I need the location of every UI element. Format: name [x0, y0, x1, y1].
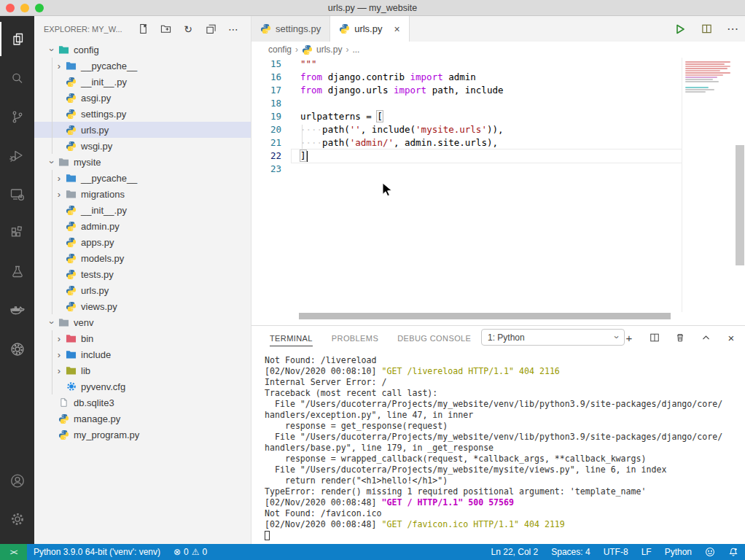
- code-line-22[interactable]: 22]: [251, 149, 745, 163]
- kill-terminal-icon[interactable]: [674, 331, 687, 344]
- tree-item--pycache-[interactable]: __pycache__: [34, 170, 251, 186]
- code-line-17[interactable]: 17from django.urls import path, include: [251, 84, 745, 97]
- python-environment-icon[interactable]: [0, 332, 34, 366]
- more-actions-icon[interactable]: ⋯: [227, 23, 239, 35]
- tree-item-urls-py[interactable]: urls.py: [34, 122, 251, 138]
- extensions-icon[interactable]: [0, 216, 34, 250]
- tree-item-apps-py[interactable]: apps.py: [34, 234, 251, 250]
- panel-tab-debug-console[interactable]: DEBUG CONSOLE: [397, 330, 471, 346]
- chevron-down-icon[interactable]: [46, 156, 58, 168]
- breadcrumb-item-urls[interactable]: urls.py: [316, 44, 342, 55]
- code-line-23[interactable]: 23: [251, 163, 745, 176]
- tree-item-lib[interactable]: lib: [34, 362, 251, 378]
- tab-urls-py[interactable]: urls.py×: [330, 16, 409, 42]
- search-icon[interactable]: [0, 61, 34, 96]
- close-window-button[interactable]: [6, 4, 15, 12]
- folder-pycache-icon: [65, 60, 77, 71]
- settings-gear-icon[interactable]: [0, 502, 34, 536]
- new-file-icon[interactable]: [137, 23, 149, 35]
- run-debug-icon[interactable]: [0, 139, 34, 173]
- python-interpreter-status[interactable]: Python 3.9.0 64-bit ('venv': venv): [27, 544, 167, 560]
- tree-item-my-program-py[interactable]: my_program.py: [34, 427, 251, 443]
- tree-item-views-py[interactable]: views.py: [34, 298, 251, 314]
- tree-item-migrations[interactable]: migrations: [34, 186, 251, 202]
- tree-item--init-py[interactable]: __init__.py: [34, 74, 251, 90]
- terminal-selector-dropdown[interactable]: 1: Python ›: [481, 329, 625, 346]
- breadcrumb-item-config[interactable]: config: [268, 44, 292, 55]
- new-folder-icon[interactable]: [160, 23, 171, 35]
- encoding-status[interactable]: UTF-8: [597, 544, 635, 560]
- collapse-folders-icon[interactable]: [205, 23, 217, 35]
- explorer-icon[interactable]: [0, 22, 34, 56]
- code-line-19[interactable]: 19urlpatterns = [: [251, 110, 745, 123]
- docker-icon[interactable]: [0, 293, 34, 327]
- terminal-line: Internal Server Error: /: [265, 377, 735, 388]
- testing-flask-icon[interactable]: [0, 254, 34, 289]
- tree-item-tests-py[interactable]: tests.py: [34, 266, 251, 282]
- chevron-right-icon[interactable]: [53, 60, 65, 71]
- tree-item-manage-py[interactable]: manage.py: [34, 411, 251, 427]
- code-line-18[interactable]: 18: [251, 97, 745, 110]
- split-editor-icon[interactable]: [700, 23, 713, 36]
- vertical-scrollbar-thumb[interactable]: [736, 145, 744, 265]
- vertical-scrollbar[interactable]: [735, 16, 745, 312]
- tree-item--pycache-[interactable]: __pycache__: [34, 58, 251, 74]
- close-panel-icon[interactable]: ×: [725, 331, 738, 344]
- horizontal-scrollbar-thumb[interactable]: [299, 313, 671, 319]
- new-terminal-icon[interactable]: +: [623, 331, 636, 344]
- tab-settings-py[interactable]: settings.py: [251, 16, 330, 42]
- tree-item-include[interactable]: include: [34, 346, 251, 362]
- tree-item-config[interactable]: config: [34, 42, 251, 58]
- minimize-window-button[interactable]: [20, 4, 29, 12]
- tree-item-pyvenv-cfg[interactable]: pyvenv.cfg: [34, 378, 251, 394]
- problems-status[interactable]: ⊗ 0 ⚠ 0: [167, 544, 214, 560]
- warnings-count: 0: [203, 547, 208, 557]
- tree-item-wsgi-py[interactable]: wsgi.py: [34, 138, 251, 154]
- language-mode-status[interactable]: Python: [658, 544, 698, 560]
- tree-item-mysite[interactable]: mysite: [34, 154, 251, 170]
- chevron-right-icon[interactable]: [53, 188, 65, 200]
- code-line-21[interactable]: 21····path('admin/', admin.site.urls),: [251, 136, 745, 149]
- run-file-button[interactable]: [674, 23, 687, 36]
- maximize-panel-icon[interactable]: [699, 331, 712, 344]
- indentation-status[interactable]: Spaces: 4: [545, 544, 596, 560]
- code-editor[interactable]: 15"""16from django.contrib import admin1…: [251, 58, 745, 312]
- tree-item-asgi-py[interactable]: asgi.py: [34, 90, 251, 106]
- zoom-window-button[interactable]: [35, 4, 44, 12]
- notifications-bell-icon[interactable]: [722, 544, 745, 560]
- accounts-icon[interactable]: [0, 464, 34, 498]
- code-line-16[interactable]: 16from django.contrib import admin: [251, 71, 745, 84]
- source-control-icon[interactable]: [0, 100, 34, 134]
- tree-item-urls-py[interactable]: urls.py: [34, 282, 251, 298]
- tree-item--init-py[interactable]: __init__.py: [34, 202, 251, 218]
- feedback-smiley-icon[interactable]: [698, 544, 722, 560]
- split-terminal-icon[interactable]: [648, 331, 661, 344]
- minimap[interactable]: [682, 58, 735, 312]
- code-line-20[interactable]: 20····path('', include('mysite.urls')),: [251, 123, 745, 136]
- chevron-down-icon[interactable]: [46, 316, 58, 328]
- panel-tab-problems[interactable]: PROBLEMS: [332, 330, 378, 346]
- chevron-right-icon[interactable]: [53, 172, 65, 184]
- horizontal-scrollbar[interactable]: [251, 312, 735, 320]
- code-line-15[interactable]: 15""": [251, 58, 745, 71]
- panel-tab-terminal[interactable]: TERMINAL: [270, 330, 313, 346]
- remote-explorer-icon[interactable]: [0, 177, 34, 211]
- tree-item-db-sqlite3[interactable]: db.sqlite3: [34, 394, 251, 411]
- tree-item-bin[interactable]: bin: [34, 330, 251, 346]
- chevron-down-icon[interactable]: [46, 44, 58, 55]
- tree-item-label: __pycache__: [81, 61, 137, 71]
- tree-item-venv[interactable]: venv: [34, 314, 251, 330]
- chevron-right-icon[interactable]: [53, 365, 65, 376]
- terminal-output[interactable]: Not Found: /livereload[02/Nov/2020 00:08…: [265, 355, 735, 541]
- refresh-icon[interactable]: ↻: [182, 23, 194, 35]
- close-tab-icon[interactable]: ×: [394, 23, 399, 35]
- tree-item-settings-py[interactable]: settings.py: [34, 106, 251, 122]
- breadcrumb-item-symbol[interactable]: ...: [352, 44, 359, 55]
- tree-item-models-py[interactable]: models.py: [34, 250, 251, 266]
- eol-status[interactable]: LF: [635, 544, 658, 560]
- remote-indicator[interactable]: ><: [0, 544, 27, 560]
- tree-item-admin-py[interactable]: admin.py: [34, 218, 251, 234]
- chevron-right-icon[interactable]: [53, 349, 65, 360]
- chevron-right-icon[interactable]: [53, 332, 65, 344]
- cursor-position-status[interactable]: Ln 22, Col 2: [485, 544, 545, 560]
